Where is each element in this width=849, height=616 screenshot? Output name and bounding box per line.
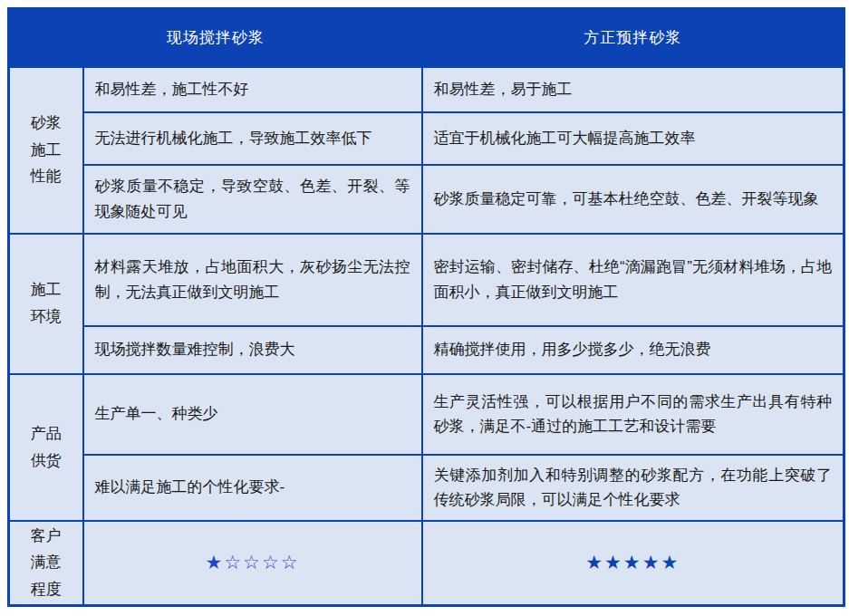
table-row: 施工 环境 材料露天堆放，占地面积大，灰砂扬尘无法控制，无法真正做到文明施工 密…: [9, 234, 844, 326]
category-cell-construction-environment: 施工 环境: [9, 234, 83, 374]
header-cell-premixed-mortar: 方正预拌砂浆: [422, 9, 844, 67]
category-cell-mortar-performance: 砂浆 施工 性能: [9, 67, 83, 234]
content-cell: 砂浆质量不稳定，导致空鼓、色差、开裂、等现象随处可见: [83, 165, 422, 234]
content-cell: 密封运输、密封储存、杜绝“滴漏跑冒”无须材料堆场，占地面积小，真正做到文明施工: [422, 234, 844, 326]
table-row: 难以满足施工的个性化要求- 关键添加剂加入和特别调整的砂浆配方，在功能上突破了传…: [9, 455, 844, 521]
table-row: 砂浆质量不稳定，导致空鼓、色差、开裂、等现象随处可见 砂浆质量稳定可靠，可基本杜…: [9, 165, 844, 234]
content-cell: 和易性差，易于施工: [422, 67, 844, 112]
header-row: 现场搅拌砂浆 方正预拌砂浆: [9, 9, 844, 67]
table-row: 产品 供货 生产单一、种类少 生产灵活性强，可以根据用户不同的需求生产出具有特种…: [9, 374, 844, 455]
table-row: 砂浆 施工 性能 和易性差，施工性不好 和易性差，易于施工: [9, 67, 844, 112]
table-row: 无法进行机械化施工，导致施工效率低下 适宜于机械化施工可大幅提高施工效率: [9, 112, 844, 165]
content-cell: 现场搅拌数量难控制，浪费大: [83, 326, 422, 374]
content-cell: 难以满足施工的个性化要求-: [83, 455, 422, 521]
star-rating-right: ★★★★★: [422, 521, 844, 606]
content-cell: 和易性差，施工性不好: [83, 67, 422, 112]
content-cell: 无法进行机械化施工，导致施工效率低下: [83, 112, 422, 165]
star-rating-left: ★☆☆☆☆: [83, 521, 422, 606]
category-cell-customer-satisfaction: 客户 满意 程度: [9, 521, 83, 606]
comparison-table: 现场搅拌砂浆 方正预拌砂浆 砂浆 施工 性能 和易性差，施工性不好 和易性差，易…: [7, 7, 845, 607]
page: 现场搅拌砂浆 方正预拌砂浆 砂浆 施工 性能 和易性差，施工性不好 和易性差，易…: [0, 0, 849, 616]
content-cell: 材料露天堆放，占地面积大，灰砂扬尘无法控制，无法真正做到文明施工: [83, 234, 422, 326]
content-cell: 精确搅拌使用，用多少搅多少，绝无浪费: [422, 326, 844, 374]
content-cell: 适宜于机械化施工可大幅提高施工效率: [422, 112, 844, 165]
content-cell: 关键添加剂加入和特别调整的砂浆配方，在功能上突破了传统砂浆局限，可以满足个性化要…: [422, 455, 844, 521]
content-cell: 生产灵活性强，可以根据用户不同的需求生产出具有特种砂浆，满足不-通过的施工工艺和…: [422, 374, 844, 455]
table-row: 客户 满意 程度 ★☆☆☆☆ ★★★★★: [9, 521, 844, 606]
content-cell: 砂浆质量稳定可靠，可基本杜绝空鼓、色差、开裂等现象: [422, 165, 844, 234]
content-cell: 生产单一、种类少: [83, 374, 422, 455]
table-row: 现场搅拌数量难控制，浪费大 精确搅拌使用，用多少搅多少，绝无浪费: [9, 326, 844, 374]
header-cell-site-mixed-mortar: 现场搅拌砂浆: [9, 9, 422, 67]
category-cell-product-supply: 产品 供货: [9, 374, 83, 521]
